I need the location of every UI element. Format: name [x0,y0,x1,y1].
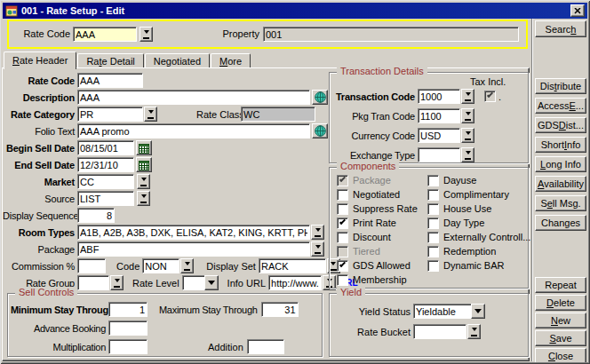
package-lov-button[interactable] [311,241,324,257]
component-item-suppress-rate: Suppress Rate [337,202,418,216]
display-sequence-input[interactable] [77,208,115,223]
short-info-button[interactable]: Short Info [535,137,586,153]
room-types-input[interactable] [77,225,310,240]
currency-code-input[interactable] [418,128,460,143]
gds-allowed-label: GDS Allowed [353,260,411,271]
rate-category-lov-button[interactable] [144,107,157,122]
close-button[interactable]: Close [535,348,586,364]
rate-category-input[interactable] [77,107,143,122]
header-rate-code-input[interactable] [73,27,137,42]
source-input[interactable] [77,191,134,206]
begin-sell-date-calendar-button[interactable] [136,140,152,155]
currency-code-lov-button[interactable] [461,128,474,143]
dayuse-checkbox[interactable] [427,175,439,186]
yield-status-dropdown-button[interactable] [471,304,485,319]
transaction-code-lov-button[interactable] [461,89,474,104]
rate-bucket-input[interactable] [413,324,466,339]
folio-text-input[interactable] [77,123,310,138]
pkg-tran-code-input[interactable] [418,108,460,123]
title-bar[interactable]: 001 - Rate Setup - Edit [3,3,587,19]
sell-controls-group: Sell Controls Minimum Stay Through Maxim… [7,293,323,357]
components-col-right: DayuseComplimentaryHouse UseDay TypeExte… [427,173,530,273]
exchange-type-lov-button[interactable] [461,147,474,162]
save-button[interactable]: Save [535,330,586,346]
complimentary-checkbox[interactable] [427,189,439,201]
tiered-label: Tiered [353,246,380,257]
dayuse-label: Dayuse [443,175,476,186]
access-e-button[interactable]: Access E... [535,98,586,114]
exchange-type-input[interactable] [418,147,460,162]
market-lov-button[interactable] [137,174,150,189]
rate-level-dropdown-button[interactable] [204,275,219,290]
commission-input[interactable] [77,258,106,273]
rate-bucket-lov-button[interactable] [467,324,481,339]
maximum-stay-input[interactable] [261,302,299,317]
negotiated-checkbox[interactable] [337,189,348,201]
description-translate-button[interactable] [312,90,328,105]
package-input[interactable] [77,241,310,257]
yield-status-input[interactable] [413,304,472,319]
rate-group-lov-button[interactable] [110,275,124,290]
dynamic-bar-checkbox[interactable] [427,260,439,272]
component-item-print-rate: Print Rate [337,216,418,230]
commission-code-lov-button[interactable] [180,258,194,273]
rate-level-input[interactable] [182,275,205,290]
house-use-checkbox[interactable] [427,203,439,215]
externally-controll-checkbox[interactable] [427,232,439,243]
pkg-tran-code-lov-button[interactable] [461,108,474,123]
membership-checkbox[interactable] [337,274,348,286]
display-set-input[interactable] [259,258,326,273]
folio-text-translate-button[interactable] [312,123,328,138]
availability-button[interactable]: Availability [535,176,586,192]
end-sell-date-input[interactable] [77,157,134,172]
sell-msg-button[interactable]: Sell Msg. [535,195,586,211]
new-button[interactable]: New [535,313,586,328]
transaction-code-input[interactable] [418,89,460,104]
externally-controll-label: Externally Controll... [443,232,530,242]
suppress-rate-checkbox[interactable] [337,203,348,215]
delete-button[interactable]: Delete [535,295,586,311]
house-use-label: House Use [443,203,491,214]
rate-level-label: Rate Level [132,278,179,289]
tab-negotiated[interactable]: Negotiated [145,53,210,67]
advance-booking-label: Advance Booking [11,323,106,334]
changes-button[interactable]: Changes [535,215,586,231]
description-input[interactable] [77,90,310,105]
gds-allowed-checkbox[interactable] [337,260,348,272]
rate-code-input[interactable] [77,73,143,88]
gds-dist-button[interactable]: GDS Dist... [535,117,586,133]
advance-booking-input[interactable] [108,320,148,336]
minimum-stay-input[interactable] [108,302,148,317]
multiplication-input[interactable] [108,339,148,354]
room-types-lov-button[interactable] [311,225,324,240]
repeat-button[interactable]: Repeat [535,277,586,293]
components-col-left: PackageNegotiatedSuppress RatePrint Rate… [337,173,418,287]
market-input[interactable] [77,174,134,189]
tab-more[interactable]: More [211,53,251,67]
close-button[interactable] [570,4,585,17]
commission-code-input[interactable] [142,258,179,273]
search-button[interactable]: Search [535,20,586,37]
multiplication-label: Multiplication [11,342,106,352]
info-url-input[interactable] [268,275,322,290]
addition-input[interactable] [247,339,284,354]
rate-group-input[interactable] [77,275,109,290]
end-sell-date-calendar-button[interactable] [136,157,152,172]
tab-rate-detail[interactable]: Rate Detail [77,53,143,67]
rate-code-label: Rate Code [3,75,75,86]
header-rate-code-lov-button[interactable] [140,27,153,42]
distribute-button[interactable]: Distribute [535,78,586,94]
print-rate-checkbox[interactable] [337,218,348,229]
long-info-button[interactable]: Long Info [535,156,586,172]
discount-checkbox[interactable] [337,232,348,243]
sell-controls-title: Sell Controls [15,287,77,297]
folio-text-row: Folio Text [3,123,328,138]
tab-rate-header[interactable]: Rate Header [4,51,76,69]
begin-sell-date-label: Begin Sell Date [3,143,75,154]
source-lov-button[interactable] [137,191,150,206]
rate-code-row: Rate Code [3,73,143,88]
header-panel: Rate Code Property [7,20,528,49]
day-type-checkbox[interactable] [427,218,439,229]
begin-sell-date-input[interactable] [77,140,134,155]
redemption-checkbox[interactable] [427,246,439,257]
